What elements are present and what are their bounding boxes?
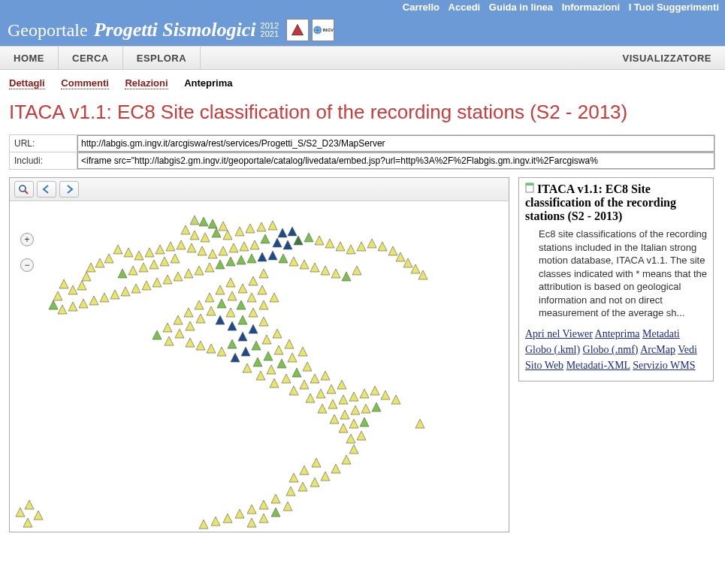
svg-marker-61	[58, 305, 67, 314]
link-metadati[interactable]: Metadati	[642, 328, 680, 339]
svg-marker-50	[124, 248, 133, 257]
svg-marker-74	[195, 266, 204, 275]
svg-marker-143	[267, 365, 276, 374]
link-metadati-xml[interactable]: Metadati-XML	[566, 360, 630, 371]
svg-marker-124	[259, 317, 268, 326]
tab-relazioni[interactable]: Relazioni	[125, 77, 168, 89]
svg-marker-152	[300, 380, 309, 389]
zoom-tool-button[interactable]	[14, 181, 34, 198]
side-description: Ec8 site classifications of the recordin…	[539, 228, 707, 320]
nav-visualizzatore[interactable]: VISUALIZZATORE	[609, 47, 725, 69]
svg-marker-136	[273, 329, 282, 338]
svg-marker-71	[163, 275, 172, 284]
svg-marker-72	[174, 272, 183, 281]
tab-dettagli[interactable]: Dettagli	[9, 77, 45, 89]
nav-cerca[interactable]: CERCA	[59, 47, 123, 69]
banner: Geoportale Progetti Sismologici 2012 202…	[0, 14, 725, 46]
svg-marker-117	[226, 308, 235, 317]
svg-marker-146	[298, 347, 307, 356]
svg-marker-103	[153, 330, 162, 339]
link-arcmap[interactable]: ArcMap	[640, 344, 675, 355]
url-label: URL:	[10, 135, 77, 152]
tab-commenti[interactable]: Commenti	[61, 77, 109, 89]
svg-marker-148	[282, 374, 291, 383]
svg-marker-153	[310, 374, 319, 383]
svg-marker-52	[104, 254, 113, 263]
svg-marker-34	[403, 258, 412, 267]
svg-marker-22	[283, 240, 292, 249]
svg-marker-106	[186, 321, 195, 330]
svg-marker-108	[207, 306, 216, 315]
svg-marker-139	[264, 351, 273, 360]
link-vedi[interactable]: Vedi	[678, 344, 697, 355]
svg-marker-137	[243, 363, 252, 372]
link-globo-kml[interactable]: Globo (.kml)	[525, 344, 580, 355]
link-accedi[interactable]: Accedi	[449, 2, 481, 13]
logo-ingv-text: INGV	[322, 28, 334, 32]
link-viewer[interactable]: Apri nel Viewer	[525, 328, 593, 339]
svg-marker-64	[89, 296, 98, 305]
side-links: Apri nel Viewer Anteprima Metadati Globo…	[525, 326, 707, 373]
svg-marker-31	[378, 242, 387, 251]
svg-marker-190	[247, 505, 256, 514]
link-guida[interactable]: Guida in linea	[489, 2, 553, 13]
svg-marker-91	[128, 266, 137, 275]
svg-marker-169	[351, 406, 360, 415]
sub-tabs: Dettagli Commenti Relazioni Anteprima	[0, 70, 725, 93]
svg-marker-63	[79, 299, 88, 308]
svg-marker-37	[261, 234, 270, 243]
svg-marker-104	[165, 336, 174, 345]
svg-marker-200	[16, 508, 25, 517]
includi-input[interactable]	[77, 152, 714, 169]
svg-marker-88	[342, 272, 351, 281]
svg-marker-163	[360, 389, 369, 398]
svg-marker-115	[247, 293, 256, 302]
svg-marker-43	[198, 246, 207, 255]
svg-marker-18	[268, 221, 277, 230]
main-nav: HOME CERCA ESPLORA VISUALIZZATORE	[0, 46, 725, 70]
svg-marker-177	[357, 431, 366, 440]
link-suggerimenti[interactable]: I Tuoi Suggerimenti	[629, 2, 719, 13]
svg-marker-62	[68, 302, 77, 311]
nav-back-button[interactable]	[37, 181, 56, 198]
link-carrello[interactable]: Carrello	[403, 2, 440, 13]
nav-home[interactable]: HOME	[0, 47, 59, 69]
svg-marker-44	[187, 243, 196, 252]
svg-marker-26	[325, 239, 334, 248]
svg-marker-28	[346, 245, 355, 254]
svg-marker-40	[229, 243, 238, 252]
svg-marker-69	[142, 281, 151, 290]
svg-marker-15	[235, 227, 244, 236]
svg-marker-132	[231, 353, 240, 362]
svg-marker-194	[199, 520, 208, 529]
map-canvas[interactable]: + −	[10, 201, 509, 532]
top-links-bar: Carrello Accedi Guida in linea Informazi…	[0, 0, 725, 14]
svg-marker-84	[300, 260, 309, 269]
svg-marker-48	[145, 248, 154, 257]
svg-marker-0	[292, 25, 304, 35]
svg-marker-21	[273, 238, 282, 247]
svg-marker-54	[86, 263, 95, 272]
station-points-layer	[10, 201, 509, 532]
nav-esplora[interactable]: ESPLORA	[123, 47, 201, 69]
svg-marker-138	[253, 357, 262, 366]
svg-marker-123	[270, 293, 279, 302]
side-panel: ITACA v1.1: EC8 Site classification of t…	[518, 177, 714, 381]
svg-rect-204	[526, 183, 533, 185]
nav-forward-button[interactable]	[59, 181, 79, 198]
svg-marker-81	[268, 251, 277, 260]
link-informazioni[interactable]: Informazioni	[562, 2, 620, 13]
svg-marker-30	[367, 239, 376, 248]
svg-marker-201	[34, 511, 43, 520]
svg-marker-118	[216, 315, 225, 324]
svg-marker-57	[68, 285, 77, 294]
svg-marker-23	[294, 236, 303, 245]
svg-marker-90	[118, 269, 127, 278]
link-anteprima[interactable]: Anteprima	[595, 328, 640, 339]
svg-marker-187	[312, 458, 321, 467]
url-input[interactable]	[77, 135, 714, 152]
svg-marker-121	[249, 308, 258, 317]
link-globo-nmf[interactable]: Globo (.nmf)	[583, 344, 639, 355]
link-sito-web[interactable]: Sito Web	[525, 360, 563, 371]
link-servizio-wms[interactable]: Servizio WMS	[633, 360, 695, 371]
